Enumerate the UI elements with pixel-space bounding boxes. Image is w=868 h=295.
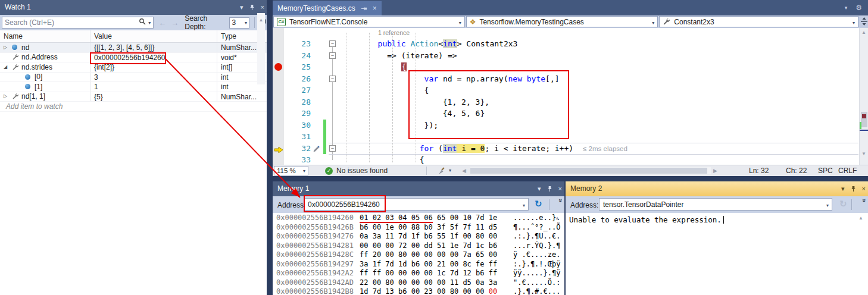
window-menu-icon[interactable]: ▾ [240, 4, 243, 11]
close-icon[interactable]: × [558, 186, 562, 192]
search-depth-select[interactable]: 3 ▾ [229, 17, 249, 29]
pin-icon[interactable] [249, 4, 255, 11]
add-watch-row[interactable]: Add item to watch [0, 102, 267, 112]
breakpoint-icon[interactable] [274, 63, 282, 71]
memory-row[interactable]: 0x000002556B19426Bb6 00 1e 00 88 b0 3f 5… [273, 223, 564, 233]
watch-row[interactable]: [0]3int [0, 73, 267, 83]
split-window-icon[interactable] [860, 16, 868, 28]
column-value[interactable]: Value [90, 30, 217, 42]
tab-memorytestingcases[interactable]: MemoryTestingCases.cs × [273, 1, 382, 15]
memory-row[interactable]: 0x000002556B1942973a 1f 7d 1d b6 00 21 0… [273, 260, 564, 269]
watch-grid-header[interactable]: Name Value Type [0, 30, 267, 43]
watch-value[interactable]: 1 [90, 82, 217, 92]
watch-value[interactable]: {int[2]} [90, 62, 217, 72]
code-line[interactable]: var nd = np.array(new byte[,] [345, 73, 859, 85]
project-dropdown[interactable]: C# TensorFlowNET.Console ▾ [273, 16, 465, 27]
code-line[interactable]: { [345, 154, 859, 165]
memory-error-message[interactable]: Unable to evaluate the expression. [569, 215, 724, 224]
memory1-titlebar[interactable]: Memory 1 ▾ × [273, 181, 564, 196]
code-line[interactable]: public Action<int> Constant2x3 [345, 38, 859, 50]
close-icon[interactable]: × [261, 4, 264, 11]
code-line[interactable]: {1, 2, 3}, [345, 96, 859, 108]
code-line[interactable] [345, 131, 859, 143]
memory-row[interactable]: 0x000002556B19428Cff 20 00 80 00 00 00 0… [273, 250, 564, 260]
outline-collapse-icon[interactable]: − [329, 145, 336, 152]
memory-row[interactable]: 0x000002556B1942760a 3a 11 7d 1f b6 55 1… [273, 232, 564, 241]
editor-vertical-scrollbar[interactable]: ▲ ▼ [859, 28, 868, 165]
code-line[interactable]: {4, 5, 6} [345, 108, 859, 120]
address-input[interactable]: tensor.TensorDataPointer ▾ [599, 198, 832, 211]
code-cleanup-options-icon[interactable]: ▾ [449, 168, 451, 173]
tab-close-icon[interactable]: × [373, 4, 377, 12]
expander-collapsed-icon[interactable]: ▷ [4, 43, 12, 52]
watch-row[interactable]: ▷nd[1, 1]{5}NumShar... [0, 92, 267, 102]
code-line[interactable]: => (iterate) => [345, 50, 859, 62]
column-name[interactable]: Name [0, 30, 90, 42]
memory2-titlebar[interactable]: Memory 2 ▾ × [566, 181, 868, 196]
search-options-icon[interactable]: ▾ [148, 20, 151, 26]
scroll-up-icon[interactable]: ▲ [858, 215, 863, 221]
watch-value[interactable]: 3 [90, 73, 217, 82]
watch-row[interactable]: ◢nd.strides{int[2]}int[] [0, 62, 267, 73]
watch-row[interactable]: ▷nd{[[1, 2, 3], [4, 5, 6]]}NumShar... [0, 43, 267, 53]
code-cleanup-icon[interactable] [437, 167, 446, 177]
search-back-icon[interactable]: ← [158, 18, 166, 27]
issues-status[interactable]: No issues found [336, 167, 388, 175]
code-editor[interactable]: public Action<int> Constant2x3=> (iterat… [273, 28, 868, 165]
scroll-up-icon[interactable]: ▲ [555, 215, 560, 221]
memory-row[interactable]: 0x000002556B1942A2ff ff 00 00 00 00 1c 7… [273, 269, 564, 278]
window-menu-icon[interactable]: ▾ [841, 186, 845, 192]
status-spaces[interactable]: SPC [818, 167, 833, 175]
watch-value[interactable]: {[[1, 2, 3], [4, 5, 6]]} [90, 43, 217, 52]
memory-row[interactable]: 0x000002556B19426001 02 03 04 05 06 65 0… [273, 214, 564, 223]
refresh-icon[interactable]: ↻ [535, 199, 542, 209]
scroll-up-icon[interactable]: ▲ [861, 30, 866, 35]
breakpoint-gutter[interactable] [273, 28, 284, 165]
scroll-right-icon[interactable]: ▶ [713, 168, 717, 174]
watch-value[interactable]: {5} [90, 92, 217, 102]
expander-collapsed-icon[interactable]: ▷ [4, 92, 12, 102]
pin-icon[interactable] [850, 186, 857, 192]
type-dropdown[interactable]: ❖ Tensorflow.MemoryTestingCases ▾ [466, 16, 658, 27]
scroll-left-icon[interactable]: ◀ [462, 168, 466, 174]
address-input[interactable]: 0x000002556B194260 ▾ [304, 198, 529, 211]
memory-row[interactable]: 0x000002556B1942B81d 7d 13 b6 00 23 00 8… [273, 287, 564, 295]
watch-scrollbar[interactable]: ▲ [257, 13, 265, 84]
codelens-references[interactable]: 1 reference [378, 29, 410, 36]
scroll-down-icon[interactable]: ▼ [861, 151, 866, 156]
code-line[interactable]: for (int i = 0; i < iterate; i++)≤ 2ms e… [345, 143, 859, 155]
outline-collapse-icon[interactable]: − [329, 76, 336, 82]
refresh-icon[interactable]: ↻ [839, 199, 847, 209]
pin-icon[interactable] [547, 186, 553, 192]
chevron-down-icon[interactable]: ▾ [826, 203, 829, 208]
expander-expanded-icon[interactable]: ◢ [4, 62, 12, 72]
memory-row[interactable]: 0x000002556B1942AD22 00 80 00 00 00 00 1… [273, 278, 564, 288]
scroll-up-icon[interactable]: ▲ [259, 17, 264, 23]
tab-pin-icon[interactable] [361, 5, 367, 12]
watch-row[interactable]: nd.Address0x000002556b194260void* [0, 53, 267, 63]
search-input[interactable]: Search (Ctrl+E) ▾ [2, 17, 154, 29]
memory-row[interactable]: 0x000002556B19428100 00 00 72 00 dd 51 1… [273, 241, 564, 251]
code-line[interactable]: }); [345, 120, 859, 131]
toolbar-overflow-icon[interactable]: » [861, 199, 868, 202]
chevron-down-icon[interactable]: ▾ [523, 203, 525, 208]
memory-dump[interactable]: 0x000002556B19426001 02 03 04 05 06 65 0… [273, 214, 564, 295]
search-forward-icon[interactable]: → [171, 18, 179, 27]
gear-icon[interactable]: ⚙ [855, 4, 862, 12]
outline-collapse-icon[interactable]: − [329, 40, 336, 47]
watch-value[interactable]: 0x000002556b194260 [90, 53, 217, 62]
window-menu-icon[interactable]: ▾ [538, 186, 541, 192]
zoom-select[interactable]: 115 % ▾ [274, 166, 308, 175]
outline-collapse-icon[interactable]: − [329, 52, 336, 59]
column-type[interactable]: Type [217, 30, 258, 42]
close-icon[interactable]: × [862, 186, 866, 192]
window-menu-icon[interactable]: ▾ [845, 5, 848, 11]
editor-horizontal-scrollbar[interactable] [470, 167, 711, 174]
toolbar-overflow-icon[interactable]: » [557, 199, 564, 202]
watch-titlebar[interactable]: Watch 1 ▾ × [0, 0, 267, 15]
status-line-ending[interactable]: CRLF [838, 167, 857, 175]
watch-row[interactable]: [1]1int [0, 82, 267, 92]
code-line[interactable]: { [345, 61, 859, 73]
member-dropdown[interactable]: Constant2x3 ▾ [659, 16, 858, 27]
code-line[interactable]: { [345, 84, 859, 96]
